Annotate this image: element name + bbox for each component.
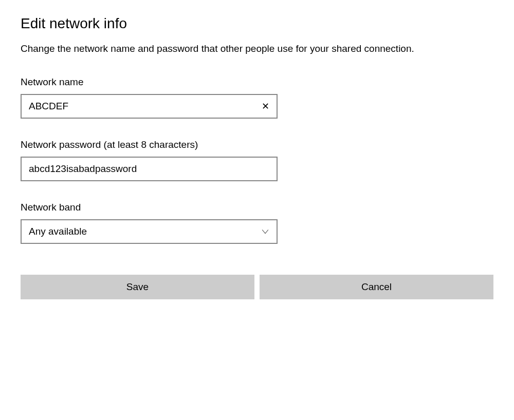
network-name-input[interactable] [22,95,254,118]
network-name-input-wrapper: ✕ [21,94,278,119]
network-password-label: Network password (at least 8 characters) [21,139,493,150]
network-name-field: Network name ✕ [21,77,493,119]
network-band-select[interactable]: Any available [21,219,278,244]
edit-network-dialog: Edit network info Change the network nam… [21,15,493,299]
network-password-field: Network password (at least 8 characters) [21,139,493,181]
save-button[interactable]: Save [21,275,254,299]
network-name-label: Network name [21,77,493,88]
network-password-input-wrapper [21,157,278,181]
network-band-label: Network band [21,202,493,213]
close-icon: ✕ [262,101,269,112]
button-row: Save Cancel [21,275,493,299]
chevron-down-icon [261,227,269,236]
clear-network-name-button[interactable]: ✕ [254,95,277,118]
dialog-title: Edit network info [21,15,493,32]
dialog-description: Change the network name and password tha… [21,42,483,56]
network-band-value: Any available [29,226,261,237]
network-band-field: Network band Any available [21,202,493,244]
network-password-input[interactable] [22,158,277,180]
cancel-button[interactable]: Cancel [260,275,493,299]
